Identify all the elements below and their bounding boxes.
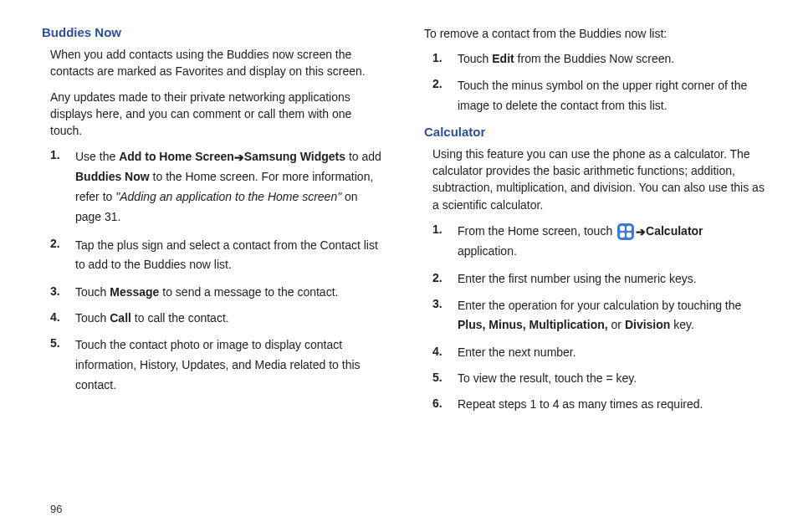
paragraph: When you add contacts using the Buddies … bbox=[42, 46, 382, 80]
text: to send a message to the contact. bbox=[159, 285, 338, 299]
list-item: 5. To view the result, touch the = key. bbox=[432, 370, 765, 387]
right-column: To remove a contact from the Buddies now… bbox=[424, 25, 765, 422]
step-text: Enter the next number. bbox=[458, 344, 765, 361]
list-item: 1. Touch Edit from the Buddies Now scree… bbox=[432, 50, 765, 68]
list-item: 1. Use the Add to Home Screen ➔ Samsung … bbox=[50, 147, 382, 227]
paragraph: Using this feature you can use the phone… bbox=[424, 146, 765, 213]
page-number: 96 bbox=[50, 503, 62, 515]
step-number: 2. bbox=[432, 270, 458, 284]
italic-reference: "Adding an application to the Home scree… bbox=[115, 190, 341, 203]
bold-text: Calculator bbox=[646, 224, 703, 238]
list-item: 1. From the Home screen, touch ➔ Calcula… bbox=[432, 222, 765, 262]
bold-text: Add to Home Screen bbox=[119, 150, 234, 163]
step-text: Touch Edit from the Buddies Now screen. bbox=[458, 50, 765, 68]
bold-text: Call bbox=[110, 311, 131, 325]
manual-page: Buddies Now When you add contacts using … bbox=[0, 0, 798, 532]
calculator-steps-list: 1. From the Home screen, touch ➔ Calcula… bbox=[424, 222, 765, 413]
step-text: Touch Call to call the contact. bbox=[75, 309, 382, 327]
text: Use the bbox=[75, 150, 119, 163]
bold-text: Division bbox=[625, 318, 670, 331]
step-number: 5. bbox=[50, 335, 75, 350]
step-number: 3. bbox=[50, 284, 75, 298]
bold-text: Buddies Now bbox=[75, 170, 150, 183]
step-number: 3. bbox=[432, 296, 458, 310]
two-column-layout: Buddies Now When you add contacts using … bbox=[42, 25, 765, 422]
remove-steps-list: 1. Touch Edit from the Buddies Now scree… bbox=[424, 50, 765, 116]
step-number: 6. bbox=[432, 396, 458, 410]
apps-grid-icon bbox=[617, 223, 634, 240]
text: from the Buddies Now screen. bbox=[514, 52, 674, 65]
paragraph: Any updates made to their private networ… bbox=[42, 89, 382, 140]
arrow-icon: ➔ bbox=[636, 223, 646, 243]
text: or bbox=[608, 318, 625, 331]
text: to call the contact. bbox=[131, 311, 229, 325]
step-text: Enter the first number using the numeric… bbox=[458, 270, 765, 288]
list-item: 3. Enter the operation for your calculat… bbox=[432, 296, 765, 336]
list-item: 2. Touch the minus symbol on the upper r… bbox=[432, 76, 765, 116]
step-number: 1. bbox=[50, 147, 75, 161]
list-item: 4. Enter the next number. bbox=[432, 344, 765, 361]
bold-text: Plus, Minus, Multiplication, bbox=[458, 318, 608, 331]
list-item: 2. Tap the plus sign and select a contac… bbox=[50, 236, 382, 276]
list-item: 3. Touch Message to send a message to th… bbox=[50, 284, 382, 301]
step-number: 1. bbox=[432, 222, 458, 236]
step-text: To view the result, touch the = key. bbox=[458, 370, 765, 387]
step-number: 2. bbox=[432, 76, 458, 90]
bold-text: Samsung Widgets bbox=[244, 150, 345, 163]
text: application. bbox=[458, 244, 517, 258]
arrow-icon: ➔ bbox=[234, 148, 244, 168]
step-number: 5. bbox=[432, 370, 458, 384]
text: Touch bbox=[75, 285, 110, 299]
list-item: 6. Repeat steps 1 to 4 as many times as … bbox=[432, 396, 765, 413]
step-text: From the Home screen, touch ➔ Calculator… bbox=[458, 222, 765, 262]
step-number: 4. bbox=[432, 344, 458, 358]
left-column: Buddies Now When you add contacts using … bbox=[42, 25, 382, 422]
text: Touch bbox=[75, 311, 110, 325]
step-number: 2. bbox=[50, 236, 75, 250]
buddies-steps-list: 1. Use the Add to Home Screen ➔ Samsung … bbox=[42, 147, 382, 395]
paragraph: To remove a contact from the Buddies now… bbox=[424, 25, 765, 42]
text: Touch bbox=[458, 52, 492, 65]
step-text: Touch the minus symbol on the upper righ… bbox=[458, 76, 765, 116]
text: to add bbox=[345, 150, 381, 163]
text: key. bbox=[670, 318, 694, 331]
step-text: Repeat steps 1 to 4 as many times as req… bbox=[458, 396, 765, 413]
step-text: Enter the operation for your calculation… bbox=[458, 296, 765, 336]
heading-buddies-now: Buddies Now bbox=[42, 25, 382, 39]
step-text: Tap the plus sign and select a contact f… bbox=[75, 236, 382, 276]
bold-text: Message bbox=[110, 285, 159, 299]
step-text: Touch Message to send a message to the c… bbox=[75, 284, 382, 301]
list-item: 5. Touch the contact photo or image to d… bbox=[50, 335, 382, 395]
list-item: 4. Touch Call to call the contact. bbox=[50, 309, 382, 327]
bold-text: Edit bbox=[492, 52, 514, 65]
step-number: 1. bbox=[432, 50, 458, 64]
text: From the Home screen, touch bbox=[458, 224, 616, 238]
step-text: Touch the contact photo or image to disp… bbox=[75, 335, 382, 395]
step-text: Use the Add to Home Screen ➔ Samsung Wid… bbox=[75, 147, 382, 227]
step-number: 4. bbox=[50, 309, 75, 324]
list-item: 2. Enter the first number using the nume… bbox=[432, 270, 765, 288]
text: Enter the operation for your calculation… bbox=[458, 299, 741, 312]
heading-calculator: Calculator bbox=[424, 125, 765, 139]
